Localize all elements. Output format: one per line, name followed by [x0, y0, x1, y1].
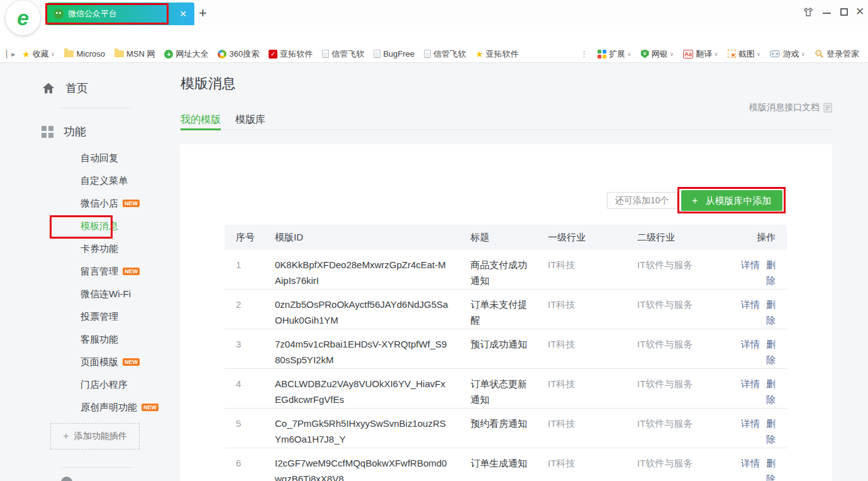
detail-link[interactable]: 详情 [741, 458, 760, 468]
new-badge: NEW [123, 200, 140, 207]
tab-template-library[interactable]: 模版库 [235, 113, 265, 127]
sidebar-item[interactable]: 门店小程序 [81, 373, 159, 396]
tool-games[interactable]: 游戏 ∨ [770, 48, 805, 60]
active-tab-underline [181, 128, 221, 130]
bookmark-item[interactable]: MSN 网 [114, 48, 155, 60]
sidebar-item[interactable]: 客服功能 [81, 328, 159, 351]
sidebar-item-home[interactable]: 首页 [42, 81, 88, 96]
bookmark-item[interactable]: ✓ 亚拓软件 [269, 48, 313, 60]
bookmark-item[interactable]: BugFree [374, 49, 415, 59]
column-header: 二级行业 [626, 225, 737, 250]
bookmark-item[interactable]: 信管飞软 [424, 48, 466, 60]
row-number: 5 [225, 416, 264, 448]
bookmark-favorites[interactable]: ★ 收藏 ∨ [22, 48, 55, 60]
delete-link[interactable]: 删除 [766, 299, 776, 325]
template-id: ABCLWDBZu2VAy8VUOkXI6YV_HiavFxEGdkcwrFgV… [264, 376, 459, 408]
template-id: 0K8KkBpfXFDeo28eMxwrzGpZr4cEat-MAipIs76k… [264, 257, 459, 289]
folder-icon [64, 50, 74, 57]
tab-my-templates[interactable]: 我的模版 [181, 113, 221, 127]
tool-bank[interactable]: ¥ 网银 ∨ [641, 48, 674, 60]
maximize-button[interactable] [840, 8, 848, 16]
industry-secondary: IT软件与服务 [626, 416, 737, 448]
row-number: 4 [225, 376, 264, 408]
minimize-button[interactable] [823, 8, 831, 14]
table-row: 5 Co_7PmGk5Rh5IHxyySwSvnBiz1ouzRSYm6Oa1H… [225, 409, 787, 448]
detail-link[interactable]: 详情 [741, 259, 760, 270]
template-title: 预订成功通知 [459, 336, 537, 368]
login-keeper-icon [815, 49, 824, 59]
sidebar-item-template-message[interactable]: 模板消息 [81, 215, 159, 237]
detail-link[interactable]: 详情 [741, 299, 760, 310]
detail-link[interactable]: 详情 [741, 418, 760, 429]
industry-secondary: IT软件与服务 [626, 297, 737, 329]
sidebar-item[interactable]: 自动回复 [81, 147, 159, 169]
industry-primary: IT科技 [537, 257, 626, 289]
template-id: I2cGF7weM9CcfMQqBokwXFwfRBomd0wgzB6Ti8xX… [264, 455, 459, 481]
chevron-down-icon: ∨ [670, 51, 674, 57]
sidebar-item[interactable]: 留言管理NEW [81, 260, 159, 283]
titlebar: 微信公众平台 ✕ + ✕ [0, 0, 868, 25]
template-title: 订单未支付提醒 [459, 297, 537, 329]
tool-screenshot[interactable]: 截图 ∨ [728, 48, 761, 60]
industry-secondary: IT软件与服务 [626, 257, 737, 289]
tool-login-keeper[interactable]: 登录管家 [815, 48, 859, 60]
page-icon [322, 50, 329, 58]
new-badge: NEW [123, 358, 140, 366]
sidebar-item[interactable]: 原创声明功能NEW [81, 396, 159, 419]
table-header-row: 序号 模版ID 标题 一级行业 二级行业 操作 [225, 225, 787, 250]
bookmark-item[interactable]: + 网址大全 [164, 48, 208, 60]
sidebar-item[interactable]: 页面模版NEW [81, 351, 159, 373]
chevron-down-icon: ∨ [714, 51, 718, 57]
divider [60, 108, 131, 108]
tab-close-icon[interactable]: ✕ [178, 9, 188, 19]
industry-secondary: IT软件与服务 [626, 455, 737, 481]
folder-icon [114, 50, 124, 57]
industry-secondary: IT软件与服务 [626, 376, 737, 408]
delete-link[interactable]: 删除 [766, 339, 776, 365]
theme-shirt-icon[interactable] [803, 6, 814, 18]
tool-extensions[interactable]: 扩展 ∨ [598, 48, 632, 60]
table-row: 2 0znZb5OsPRoOkAyctf56JAYd6NdJG5SaOHuk0G… [225, 290, 787, 329]
table-row: 1 0K8KkBpfXFDeo28eMxwrzGpZr4cEat-MAipIs7… [225, 250, 787, 290]
add-plugin-button[interactable]: + 添加功能插件 [50, 423, 140, 450]
table-row: 6 I2cGF7weM9CcfMQqBokwXFwfRBomd0wgzB6Ti8… [225, 448, 787, 481]
sidebar-section-features[interactable]: 功能 [42, 124, 86, 139]
sidebar-item[interactable]: 自定义菜单 [81, 169, 159, 192]
delete-link[interactable]: 删除 [766, 259, 776, 286]
sidebar-item[interactable]: 卡券功能 [81, 237, 159, 260]
template-title: 订单状态更新通知 [459, 376, 537, 408]
sidebar-item[interactable]: 投票管理 [81, 305, 159, 328]
sidebar-item[interactable]: 微信小店NEW [81, 192, 159, 215]
delete-link[interactable]: 删除 [766, 418, 776, 444]
collapse-panel-icon[interactable]: ▏▸ [6, 50, 14, 59]
column-header: 标题 [459, 225, 537, 250]
plus-icon: + [63, 431, 69, 442]
quota-remaining-chip: 还可添加10个 [607, 192, 677, 209]
api-doc-link[interactable]: 模版消息接口文档 [714, 102, 832, 113]
industry-primary: IT科技 [537, 297, 626, 329]
bookmark-item[interactable]: Microso [64, 49, 105, 59]
table-row: 4 ABCLWDBZu2VAy8VUOkXI6YV_HiavFxEGdkcwrF… [225, 369, 787, 409]
tool-translate[interactable]: Aa 翻译 ∨ [683, 48, 718, 60]
overflow-dots-icon[interactable]: ⋮ [580, 49, 589, 59]
industry-primary: IT科技 [537, 416, 626, 448]
bookmark-item[interactable]: 360搜索 [218, 48, 259, 60]
row-number: 3 [225, 336, 264, 368]
grid-icon [42, 126, 53, 138]
detail-link[interactable]: 详情 [741, 378, 760, 389]
delete-link[interactable]: 删除 [766, 378, 776, 405]
bookmark-item[interactable]: ★ 亚拓软件 [476, 48, 519, 60]
templates-table: 序号 模版ID 标题 一级行业 二级行业 操作 1 0K8KkBpfXFDeo2… [225, 225, 787, 481]
chevron-down-icon: ∨ [627, 51, 632, 57]
star-icon: ★ [476, 50, 484, 59]
document-icon [823, 103, 832, 113]
browser-tab[interactable]: 微信公众平台 ✕ [47, 3, 194, 25]
industry-primary: IT科技 [537, 455, 626, 481]
new-tab-button[interactable]: + [199, 5, 207, 21]
delete-link[interactable]: 删除 [766, 458, 776, 481]
bookmark-item[interactable]: 信管飞软 [322, 48, 364, 60]
close-button[interactable]: ✕ [855, 5, 864, 18]
detail-link[interactable]: 详情 [741, 339, 760, 349]
add-from-library-button[interactable]: + 从模版库中添加 [681, 190, 782, 211]
sidebar-item[interactable]: 微信连Wi-Fi [81, 283, 159, 305]
